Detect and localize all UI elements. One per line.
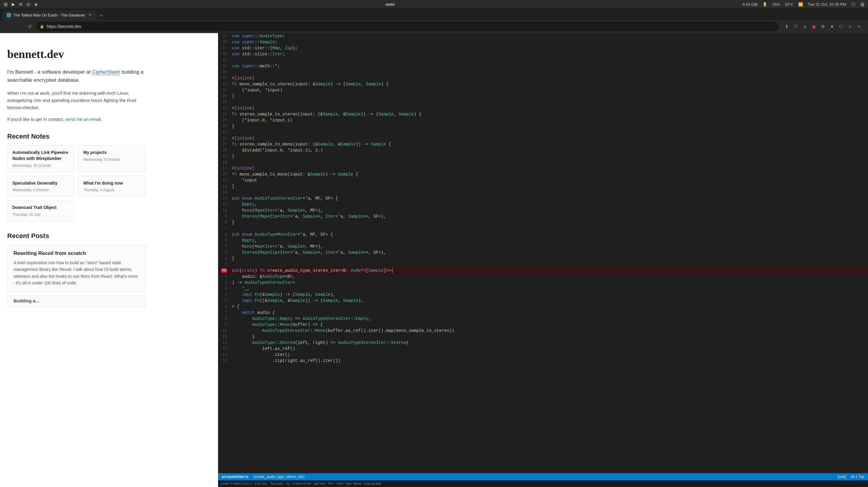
- ext-red-icon[interactable]: ◉: [810, 23, 817, 30]
- nav-bar: ← → ↺ 🔒 https://bennett.dev ⬇ 🛡 ⧄ ◉ ⚙ ★ …: [0, 20, 868, 33]
- line-content: [231, 189, 232, 195]
- line-content: [231, 99, 232, 105]
- reload-button[interactable]: ↺: [25, 22, 34, 31]
- line-number: 3: [218, 286, 231, 292]
- line-content: [231, 159, 232, 165]
- line-number: 28: [218, 99, 231, 105]
- line-content: #[inline]: [231, 75, 255, 81]
- lock-icon: 🔒: [40, 24, 44, 29]
- code-line: 29}: [218, 93, 868, 99]
- line-number: 7: [218, 225, 231, 231]
- code-line: 14}: [218, 183, 868, 189]
- line-number: 33: [218, 69, 231, 75]
- new-tab-button[interactable]: +: [97, 11, 105, 20]
- code-line: 37use std::iter::{Map, Zip};: [218, 45, 868, 51]
- line-content: AudioType::Stereo(left, right) => AudioT…: [231, 340, 409, 346]
- tab-label: The Tallest Man On Earth - The Gardener: [13, 13, 85, 18]
- post-excerpt-0: A brief exploration into how to build an…: [13, 259, 139, 287]
- line-number: 6: [218, 304, 231, 310]
- ext-download-icon[interactable]: ⬇: [783, 23, 790, 30]
- ext-more-icon[interactable]: »: [846, 23, 854, 30]
- os-files-icon[interactable]: ⧉: [19, 2, 22, 7]
- note-date-4: Thursday, 30 July: [12, 213, 69, 217]
- note-card-3[interactable]: What I'm doing now Thursday, 4 August: [78, 176, 146, 197]
- note-card-1[interactable]: My projects Wednesday, 5 October: [78, 145, 146, 172]
- line-number: 9: [218, 322, 231, 328]
- line-number: 30: [218, 87, 231, 93]
- line-content: AudioType::Empty => AudioTypeStereoIter:…: [231, 316, 371, 322]
- line-number: 10: [218, 328, 231, 334]
- line-number: 29: [218, 93, 231, 99]
- line-number: 23: [218, 129, 231, 135]
- post-card-partial[interactable]: Building a...: [7, 295, 146, 307]
- os-temp: 33°C: [785, 2, 794, 7]
- code-line: 32#[inline]: [218, 75, 868, 81]
- note-card-2[interactable]: Speculative Generality Wednesday, 5 Octo…: [7, 176, 74, 197]
- ext-puzzle-icon[interactable]: ⧄: [801, 23, 808, 30]
- line-number: 22: [218, 135, 231, 141]
- line-content: use std::iter::{Map, Zip};: [231, 45, 298, 51]
- code-line: 11 Empty,: [218, 201, 868, 207]
- line-number: 6: [218, 231, 231, 237]
- line-content: *input: [231, 177, 257, 183]
- code-line: 5 impl Fn((&Sample, &Sample)) -> (Sample…: [218, 298, 868, 304]
- ext-menu-icon[interactable]: ≡: [856, 23, 863, 30]
- line-content: use super::AudioType;: [231, 33, 285, 39]
- os-app-menu-icon[interactable]: ⊞: [4, 1, 7, 7]
- ext-puzzle2-icon[interactable]: ⬡: [837, 23, 844, 30]
- line-content: match audio {: [231, 310, 275, 316]
- code-line: 26fn stereo_sample_to_stereo(input: (&Sa…: [218, 111, 868, 117]
- code-line: 2}: [218, 256, 868, 262]
- active-tab[interactable]: 🌐 The Tallest Man On Earth - The Gardene…: [2, 10, 97, 20]
- os-terminal-icon[interactable]: ▶: [12, 2, 15, 7]
- code-line: 11 }: [218, 334, 868, 340]
- line-number: 24: [218, 123, 231, 129]
- line-content: }: [231, 153, 234, 159]
- back-button[interactable]: ←: [4, 22, 12, 31]
- line-number: 15: [218, 358, 231, 364]
- line-content: }: [231, 220, 234, 225]
- os-wifi-icon: 📶: [798, 2, 803, 7]
- notes-grid: Automatically Link Pipewire Nodes with W…: [7, 145, 146, 221]
- email-link[interactable]: send me an email: [65, 117, 101, 122]
- line-content: [231, 69, 232, 75]
- line-content: fn stereo_sample_to_stereo(input: (&Samp…: [231, 111, 422, 117]
- post-title-0: Rewriting Recoil from scratch: [13, 251, 139, 256]
- post-card-0[interactable]: Rewriting Recoil from scratch A brief ex…: [7, 245, 146, 292]
- line-content: fn mono_sample_to_mono(input: &Sample) -…: [231, 171, 358, 177]
- cipherstash-link[interactable]: CipherStash: [92, 69, 120, 75]
- ext-star-icon[interactable]: ★: [828, 23, 836, 30]
- blog-content: bennett.dev I'm Bennett - a software dev…: [0, 33, 156, 327]
- ext-gear-icon[interactable]: ⚙: [819, 23, 827, 30]
- forward-button[interactable]: →: [14, 22, 23, 31]
- line-content: }: [231, 123, 234, 129]
- address-bar[interactable]: 🔒 https://bennett.dev: [36, 22, 779, 31]
- line-content: Stereo(Map<Zip<Iter<'a, Sample>, Iter<'a…: [231, 250, 386, 256]
- code-line: 30 (*input, *input): [218, 87, 868, 93]
- ext-shield-icon[interactable]: 🛡: [792, 23, 799, 30]
- note-title-4: Downcast Trait Object: [12, 205, 69, 211]
- os-arch-icon[interactable]: ◈: [34, 2, 38, 7]
- line-number: 19: [218, 153, 231, 159]
- tab-close-btn[interactable]: ✕: [88, 12, 92, 18]
- os-display-icon[interactable]: ⬛: [851, 2, 856, 7]
- code-line: 31fn mono_sample_to_stereo(input: &Sampl…: [218, 81, 868, 87]
- line-content: use super::Sample;: [231, 39, 277, 45]
- status-bar: src/audio/iter.rs (create_audio_type_ste…: [218, 473, 868, 480]
- os-browser-icon[interactable]: ◎: [27, 2, 30, 7]
- code-line: 40pub(crate) fn create_audio_type_stereo…: [218, 267, 868, 273]
- line-number: 31: [218, 81, 231, 87]
- code-line: 18: [218, 159, 868, 165]
- line-content: audio: &AudioType<B>,: [231, 273, 295, 280]
- line-number: 26: [218, 111, 231, 117]
- os-battery-label: 8.93 GiB: [743, 2, 758, 7]
- line-content: (*input.0, *input.1): [231, 117, 292, 123]
- line-number: 4: [218, 244, 231, 250]
- bottom-message: [nvm-treesitter] [13/13, failed: 2] Tree…: [220, 482, 381, 486]
- os-power-icon[interactable]: ⏻: [861, 2, 864, 7]
- note-card-4[interactable]: Downcast Trait Object Thursday, 30 July: [7, 200, 74, 221]
- blog-intro-text: I'm Bennett - a software developer at: [7, 69, 92, 75]
- note-card-0[interactable]: Automatically Link Pipewire Nodes with W…: [7, 145, 74, 172]
- line-number: 14: [218, 352, 231, 358]
- blog-contact: If you'd like to get in contact, send me…: [7, 117, 146, 122]
